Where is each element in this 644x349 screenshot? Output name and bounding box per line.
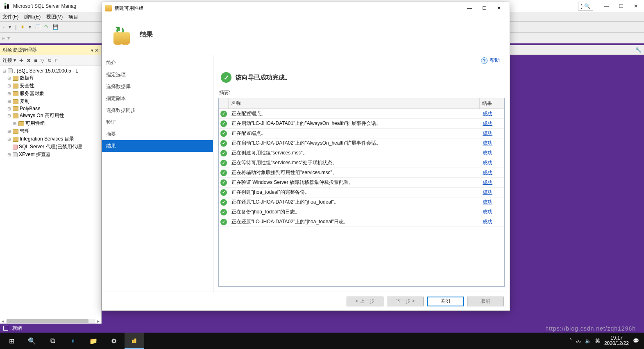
tree-security[interactable]: ⊞安全性	[1, 82, 100, 90]
grid-row[interactable]: ✓正在配置端点。成功	[219, 129, 504, 138]
nav-intro[interactable]: 简介	[102, 57, 213, 69]
expand-icon[interactable]: ⊞	[7, 137, 11, 141]
dialog-title-bar[interactable]: 新建可用性组 — ☐ ✕	[102, 2, 510, 14]
expand-icon[interactable]: ⊞	[7, 107, 11, 111]
close-button[interactable]: ✕	[631, 3, 641, 9]
nav-results[interactable]: 结果	[102, 140, 213, 152]
grid-row[interactable]: ✓正在启动"LC-JHOA-DATA02"上的"AlwaysOn_health"…	[219, 138, 504, 148]
tree-agent[interactable]: SQL Server 代理(已禁用代理	[1, 143, 100, 151]
search-button[interactable]: 🔍	[22, 333, 42, 349]
tb-saveall-icon[interactable]: 💾	[51, 23, 60, 31]
minimize-button[interactable]: —	[601, 3, 611, 9]
nav-summary[interactable]: 摘要	[102, 128, 213, 140]
grid-row[interactable]: ✓正在验证 Windows Server 故障转移群集仲裁投票配置。成功	[219, 178, 504, 188]
tb-drop-icon[interactable]: ▾	[27, 23, 32, 31]
grid-row[interactable]: ✓正在配置端点。成功	[219, 109, 504, 119]
nav-select-db[interactable]: 选择数据库	[102, 81, 213, 93]
tree-xevent[interactable]: ⊞XEvent 探查器	[1, 151, 100, 159]
scroll-track[interactable]	[6, 319, 95, 324]
tray-clock[interactable]: 19:17 2020/12/22	[604, 335, 629, 346]
success-link[interactable]: 成功	[483, 170, 492, 175]
connect-dropdown[interactable]: 连接 ▾	[2, 57, 16, 64]
expand-icon[interactable]: ⊞	[12, 121, 17, 126]
nav-replica[interactable]: 指定副本	[102, 93, 213, 104]
refresh-icon[interactable]: ↻	[48, 58, 52, 63]
stop-icon[interactable]: ■	[34, 58, 37, 63]
tray-network-icon[interactable]: 🖧	[576, 338, 581, 344]
ssms-taskbar-button[interactable]	[125, 333, 144, 349]
tree-management[interactable]: ⊞管理	[1, 127, 100, 135]
expand-icon[interactable]: ⊞	[7, 99, 11, 104]
close-wizard-button[interactable]: 关闭	[427, 297, 464, 306]
tree-alwayson[interactable]: ⊟Always On 高可用性	[1, 112, 100, 120]
pulse-icon[interactable]: ⎍	[55, 58, 58, 63]
wrench-icon[interactable]: 🔧	[635, 47, 642, 53]
help-link[interactable]: 帮助	[490, 57, 500, 64]
dialog-minimize-button[interactable]: —	[462, 3, 477, 13]
tree-polybase[interactable]: ⊞PolyBase	[1, 105, 100, 112]
tree-databases[interactable]: ⊞数据库	[1, 74, 100, 82]
tree-integration[interactable]: ⊞Integration Services 目录	[1, 135, 100, 143]
grid-row[interactable]: ✓正在备份"jhoa_todeal"的日志。成功	[219, 207, 504, 217]
success-link[interactable]: 成功	[483, 160, 492, 165]
tree-availability-groups[interactable]: ⊞可用性组	[1, 120, 100, 127]
tray-volume-icon[interactable]: 🔈	[585, 338, 591, 344]
grid-row[interactable]: ✓正在将辅助对象联接到可用性组"services.msc"。成功	[219, 168, 504, 178]
tb-fwd-icon[interactable]: ▾	[7, 23, 12, 31]
grid-row[interactable]: ✓正在创建"jhoa_todeal"的完整备份。成功	[219, 188, 504, 197]
tree-server-node[interactable]: ⊟. (SQL Server 15.0.2000.5 - L	[1, 68, 100, 74]
tb-save-icon[interactable]: ↷	[43, 23, 50, 31]
taskview-button[interactable]: ⧉	[43, 333, 62, 349]
grid-row[interactable]: ✓正在创建可用性组"services.msc"。成功	[219, 148, 504, 158]
explorer-button[interactable]: 📁	[84, 333, 103, 349]
results-grid[interactable]: 名称 结果 ✓正在配置端点。成功✓正在启动"LC-JHOA-DATA01"上的"…	[218, 98, 505, 287]
nav-options[interactable]: 指定选项	[102, 69, 213, 81]
quick-launch[interactable]: ) 🔍	[578, 2, 593, 11]
menu-edit[interactable]: 编辑(E)	[24, 14, 41, 20]
menu-view[interactable]: 视图(V)	[46, 14, 63, 20]
tray-ime[interactable]: 英	[595, 338, 600, 344]
tb-new-icon[interactable]: ✷	[19, 23, 26, 31]
expand-icon[interactable]: ⊞	[7, 84, 11, 88]
grid-row[interactable]: ✓正在还原"LC-JHOA-DATA02"上的"jhoa_todeal"。成功	[219, 197, 504, 207]
expand-icon[interactable]: ⊞	[7, 152, 11, 157]
success-link[interactable]: 成功	[483, 150, 492, 156]
collapse-icon[interactable]: ⊟	[2, 69, 7, 73]
ie-button[interactable]: e	[63, 333, 83, 349]
grid-row[interactable]: ✓正在还原"LC-JHOA-DATA02"上的"jhoa_todeal"日志。成…	[219, 217, 504, 227]
nav-validate[interactable]: 验证	[102, 116, 213, 128]
dialog-close-button[interactable]: ✕	[492, 3, 506, 13]
nav-datasync[interactable]: 选择数据同步	[102, 104, 213, 116]
tray-notifications-icon[interactable]: 💬	[633, 338, 639, 344]
expand-icon[interactable]: ⊞	[7, 91, 11, 96]
scroll-right-icon[interactable]: ▸	[95, 318, 101, 324]
tray-chevron-icon[interactable]: ˄	[569, 338, 572, 344]
help-icon[interactable]: ?	[481, 57, 488, 64]
success-link[interactable]: 成功	[483, 130, 492, 136]
horizontal-scrollbar[interactable]: ◂ ▸	[0, 318, 101, 324]
success-link[interactable]: 成功	[483, 189, 492, 195]
dialog-maximize-button[interactable]: ☐	[477, 3, 492, 13]
maximize-button[interactable]: ❐	[616, 3, 626, 9]
tree-server-objects[interactable]: ⊞服务器对象	[1, 90, 100, 97]
success-link[interactable]: 成功	[483, 219, 492, 224]
expand-icon[interactable]: ⊞	[7, 129, 11, 134]
start-button[interactable]: ⊞	[2, 333, 21, 349]
settings-button[interactable]: ⚙	[104, 333, 124, 349]
success-link[interactable]: 成功	[483, 140, 492, 146]
disconnect-icon[interactable]: ✖	[27, 58, 31, 63]
filter-icon[interactable]: ▽	[41, 58, 44, 63]
success-link[interactable]: 成功	[483, 120, 492, 126]
pin-icon[interactable]: ▾ ✕	[91, 48, 99, 53]
menu-file[interactable]: 文件(F)	[2, 14, 18, 20]
success-link[interactable]: 成功	[483, 209, 492, 215]
menu-project[interactable]: 项目	[68, 14, 78, 20]
grid-row[interactable]: ✓正在启动"LC-JHOA-DATA01"上的"AlwaysOn_health"…	[219, 119, 504, 129]
tree-replication[interactable]: ⊞复制	[1, 97, 100, 105]
tb-open-icon[interactable]: 🞎	[34, 23, 41, 31]
success-link[interactable]: 成功	[483, 179, 492, 185]
scroll-thumb[interactable]	[7, 319, 88, 323]
tb-back-icon[interactable]: ◦	[2, 23, 6, 31]
collapse-icon[interactable]: ⊟	[7, 113, 11, 118]
expand-icon[interactable]: ⊞	[7, 76, 11, 80]
